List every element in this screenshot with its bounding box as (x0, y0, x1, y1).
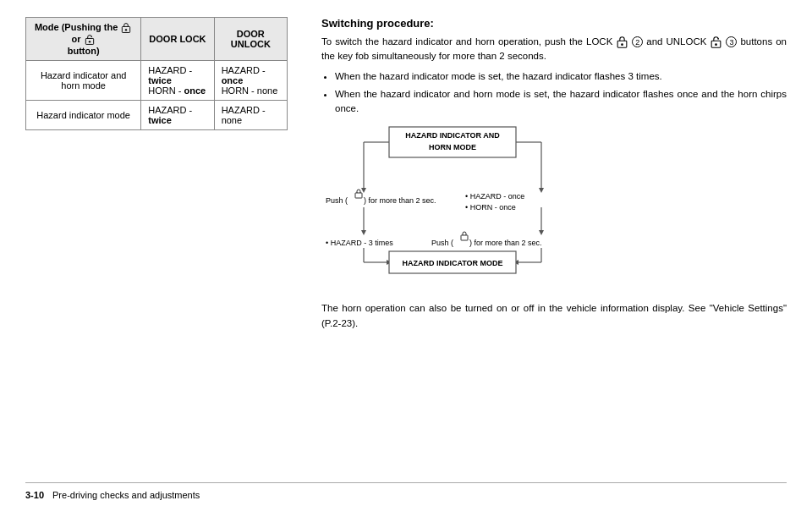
intro-paragraph: To switch the hazard indicator and horn … (321, 35, 787, 64)
hazard-once: once (222, 75, 244, 85)
footer-title: Pre-driving checks and adjustments (52, 490, 200, 500)
inline-unlock-icon (710, 36, 721, 49)
table-header-door-lock: DOOR LOCK (141, 18, 214, 61)
svg-text:• HAZARD - 3 times: • HAZARD - 3 times (326, 239, 393, 247)
row-lock-1: HAZARD - twice HORN - once (141, 61, 214, 101)
bullet-list: When the hazard indicator mode is set, t… (321, 69, 787, 117)
left-section: Mode (Pushing the or (25, 17, 288, 482)
svg-marker-16 (539, 188, 544, 193)
diagram-container: HAZARD INDICATOR AND HORN MODE Push ( (321, 123, 787, 294)
row-label-2: Hazard indicator mode (26, 101, 141, 130)
svg-point-5 (621, 43, 623, 46)
svg-marker-23 (361, 230, 366, 235)
circle-2: 2 (632, 36, 643, 47)
table-header-door-unlock: DOOR UNLOCK (214, 18, 287, 61)
row-unlock-2: HAZARD - none (214, 101, 287, 130)
svg-point-3 (88, 41, 90, 42)
footer-page: 3-10 (25, 490, 44, 500)
unlock-icon (84, 34, 96, 46)
svg-text:Push (: Push ( (326, 196, 348, 205)
hazard-twice: twice (148, 75, 172, 85)
svg-point-1 (125, 29, 127, 30)
svg-rect-28 (461, 235, 468, 240)
bullet-2: When the hazard indicator and horn mode … (335, 87, 787, 117)
svg-marker-25 (539, 230, 544, 235)
svg-text:HAZARD INDICATOR MODE: HAZARD INDICATOR MODE (402, 259, 502, 267)
table-row: Hazard indicator and horn mode HAZARD - … (26, 61, 288, 101)
svg-text:) for more than 2 sec.: ) for more than 2 sec. (469, 239, 542, 247)
lock-icon (120, 22, 132, 34)
svg-point-7 (716, 43, 718, 46)
svg-text:Push (: Push ( (431, 239, 453, 247)
flow-diagram: HAZARD INDICATOR AND HORN MODE Push ( (321, 123, 584, 292)
svg-text:) for more than 2 sec.: ) for more than 2 sec. (364, 196, 436, 205)
horn-once: once (184, 85, 206, 96)
page-container: Mode (Pushing the or (0, 0, 812, 517)
row-unlock-1: HAZARD - once HORN - none (214, 61, 287, 101)
bullet-1: When the hazard indicator mode is set, t… (335, 69, 787, 84)
svg-text:• HAZARD - once: • HAZARD - once (465, 192, 524, 201)
closing-paragraph: The horn operation can also be turned on… (321, 301, 787, 331)
right-section: Switching procedure: To switch the hazar… (304, 17, 787, 482)
hazard-twice-2: twice (148, 115, 172, 125)
svg-text:HORN MODE: HORN MODE (429, 143, 476, 151)
section-heading: Switching procedure: (321, 17, 787, 30)
mode-table: Mode (Pushing the or (25, 17, 288, 130)
table-header-mode: Mode (Pushing the or (26, 18, 141, 61)
inline-lock-icon (617, 36, 628, 49)
svg-marker-13 (361, 188, 366, 193)
footer: 3-10 Pre-driving checks and adjustments (25, 482, 787, 500)
svg-rect-18 (355, 193, 362, 198)
svg-text:HAZARD INDICATOR AND: HAZARD INDICATOR AND (405, 131, 500, 140)
table-row: Hazard indicator mode HAZARD - twice HAZ… (26, 101, 288, 130)
row-lock-2: HAZARD - twice (141, 101, 214, 130)
svg-text:• HORN - once: • HORN - once (465, 203, 516, 212)
circle-3: 3 (726, 36, 737, 47)
main-content: Mode (Pushing the or (25, 17, 787, 482)
row-label-1: Hazard indicator and horn mode (26, 61, 141, 101)
